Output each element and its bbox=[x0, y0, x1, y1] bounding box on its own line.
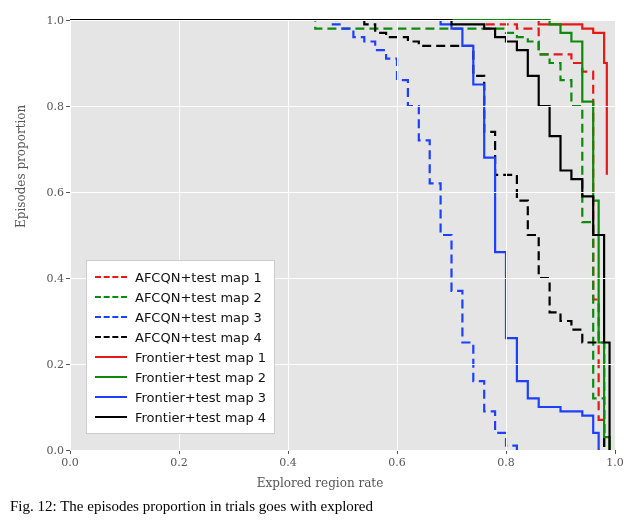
x-tick-label: 0.6 bbox=[388, 456, 406, 469]
legend-entry: Frontier+test map 1 bbox=[95, 347, 266, 367]
grid-line-horizontal bbox=[70, 106, 615, 107]
plot-area: AFCQN+test map 1AFCQN+test map 2AFCQN+te… bbox=[70, 20, 615, 450]
grid-line-vertical bbox=[288, 20, 289, 450]
y-tick-mark bbox=[66, 192, 70, 193]
grid-line-horizontal bbox=[70, 450, 615, 451]
y-axis-label: Episodes proportion bbox=[14, 105, 28, 228]
legend-swatch bbox=[95, 356, 127, 358]
legend-label: Frontier+test map 1 bbox=[135, 350, 266, 365]
y-tick-label: 0.4 bbox=[47, 272, 65, 285]
series-line bbox=[70, 20, 607, 175]
legend: AFCQN+test map 1AFCQN+test map 2AFCQN+te… bbox=[86, 260, 275, 434]
grid-line-horizontal bbox=[70, 192, 615, 193]
legend-label: Frontier+test map 3 bbox=[135, 390, 266, 405]
legend-entry: AFCQN+test map 1 bbox=[95, 267, 266, 287]
y-tick-mark bbox=[66, 106, 70, 107]
legend-label: AFCQN+test map 1 bbox=[135, 270, 262, 285]
legend-entry: Frontier+test map 2 bbox=[95, 367, 266, 387]
legend-swatch bbox=[95, 336, 127, 338]
x-tick-label: 0.0 bbox=[61, 456, 79, 469]
legend-label: Frontier+test map 4 bbox=[135, 410, 266, 425]
grid-line-vertical bbox=[506, 20, 507, 450]
grid-line-vertical bbox=[397, 20, 398, 450]
x-tick-mark bbox=[615, 450, 616, 454]
legend-entry: AFCQN+test map 4 bbox=[95, 327, 266, 347]
y-tick-label: 1.0 bbox=[47, 14, 65, 27]
legend-swatch bbox=[95, 396, 127, 398]
y-tick-label: 0.2 bbox=[47, 358, 65, 371]
grid-line-vertical bbox=[615, 20, 616, 450]
legend-entry: AFCQN+test map 2 bbox=[95, 287, 266, 307]
y-tick-mark bbox=[66, 364, 70, 365]
legend-label: AFCQN+test map 2 bbox=[135, 290, 262, 305]
legend-swatch bbox=[95, 296, 127, 298]
grid-line-vertical bbox=[70, 20, 71, 450]
legend-entry: Frontier+test map 4 bbox=[95, 407, 266, 427]
figure-container: AFCQN+test map 1AFCQN+test map 2AFCQN+te… bbox=[0, 0, 640, 524]
y-tick-label: 0.8 bbox=[47, 100, 65, 113]
figure-caption: Fig. 12: The episodes proportion in tria… bbox=[10, 498, 630, 515]
legend-label: AFCQN+test map 3 bbox=[135, 310, 262, 325]
y-tick-mark bbox=[66, 20, 70, 21]
x-tick-label: 0.8 bbox=[497, 456, 515, 469]
legend-swatch bbox=[95, 376, 127, 378]
grid-line-horizontal bbox=[70, 20, 615, 21]
legend-swatch bbox=[95, 276, 127, 278]
legend-swatch bbox=[95, 316, 127, 318]
legend-entry: Frontier+test map 3 bbox=[95, 387, 266, 407]
x-tick-label: 0.4 bbox=[279, 456, 297, 469]
y-tick-label: 0.0 bbox=[47, 444, 65, 457]
y-tick-label: 0.6 bbox=[47, 186, 65, 199]
legend-label: AFCQN+test map 4 bbox=[135, 330, 262, 345]
x-axis-label: Explored region rate bbox=[0, 476, 640, 490]
x-tick-label: 1.0 bbox=[606, 456, 624, 469]
legend-entry: AFCQN+test map 3 bbox=[95, 307, 266, 327]
legend-label: Frontier+test map 2 bbox=[135, 370, 266, 385]
x-tick-label: 0.2 bbox=[170, 456, 188, 469]
y-tick-mark bbox=[66, 450, 70, 451]
y-tick-mark bbox=[66, 278, 70, 279]
legend-swatch bbox=[95, 416, 127, 418]
